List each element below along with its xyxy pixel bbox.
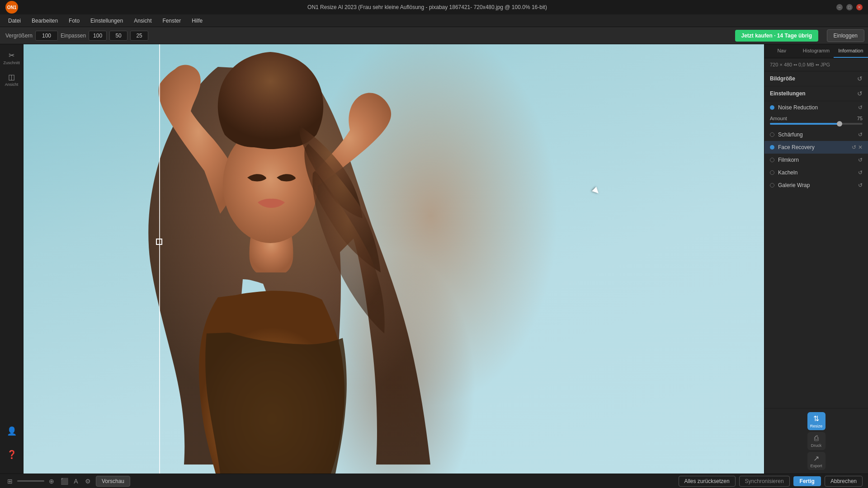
galerie-wrap-reset[interactable]: ↺ [858,182,863,188]
face-recovery-label: Face Recovery [778,144,848,150]
schaerfung-label: Schärfung [778,131,854,138]
left-sidebar: ✂ Zuschnitt ◫ Ansicht 👤 ❓ [0,44,24,474]
window-title: ON1 Resize AI 2023 (Frau sehr kleine Auf… [18,4,836,10]
amount-value: 75 [857,116,863,121]
buy-button[interactable]: Jetzt kaufen · 14 Tage übrig [735,30,818,42]
bottom-bar: ⊞ ⊕ ⬛ A ⚙ Vorschau Alles zurücksetzen Sy… [0,474,868,488]
face-recovery-dot [770,145,774,150]
panel-item-galerie-wrap[interactable]: Galerie Wrap ↺ [764,179,868,192]
menu-einstellungen[interactable]: Einstellungen [86,16,127,26]
panel-item-noise-reduction[interactable]: Noise Reduction ↺ [764,101,868,114]
bildgroesse-title: Bildgröße [770,75,795,82]
zoom-slider[interactable] [17,480,44,482]
minimize-button[interactable]: − [836,4,843,10]
help-icon-btn[interactable]: ❓ [2,445,22,465]
amount-slider-thumb[interactable] [837,121,842,127]
frame-icon-btn[interactable]: ⬛ [60,477,69,486]
menu-foto[interactable]: Foto [64,16,84,26]
app-logo: ON1 [5,1,18,14]
tab-histogramm[interactable]: Histogramm [799,44,833,58]
on1-logo: ON1 [5,1,18,14]
zoom-icon-btn[interactable]: ⊕ [47,477,56,486]
filmkorn-dot [770,158,774,162]
panel-item-filmkorn[interactable]: Filmkorn ↺ [764,154,868,166]
menu-hilfe[interactable]: Hilfe [187,16,207,26]
image-info: 720 × 480 •• 0,0 MB •• JPG [764,58,868,71]
val1: 100 [89,31,107,41]
noise-reduction-reset[interactable]: ↺ [858,104,863,111]
face-recovery-close[interactable]: ✕ [858,144,863,150]
kacheln-dot [770,170,774,175]
tool-ansicht[interactable]: ◫ Ansicht [2,70,22,89]
zuschnitt-label: Zuschnitt [3,61,20,65]
window-controls: − □ ✕ [836,4,863,10]
section-einstellungen[interactable]: Einstellungen ↺ [764,86,868,101]
zuschnitt-icon: ✂ [9,51,14,60]
amount-slider-row: Amount 75 [764,114,868,128]
kacheln-reset[interactable]: ↺ [858,169,863,176]
section-bildgroesse[interactable]: Bildgröße ↺ [764,71,868,86]
face-recovery-reset[interactable]: ↺ [852,144,856,150]
reset-all-button[interactable]: Alles zurücksetzen [679,476,736,487]
amount-slider-fill [770,123,840,125]
close-button[interactable]: ✕ [856,4,863,10]
right-panel: Nav Histogramm Information 720 × 480 •• … [764,44,868,474]
login-button[interactable]: Einloggen [827,29,864,42]
user-icon: 👤 [7,426,17,436]
amount-slider-track[interactable] [770,123,863,125]
druck-icon: ⎙ [814,434,819,442]
menu-datei[interactable]: Datei [4,16,25,26]
right-actions: ⇅ Resize ⎙ Druck ↗ Export [764,408,868,474]
settings-icon-btn[interactable]: ⚙ [83,477,92,486]
noise-reduction-dot [770,105,774,110]
help-icon: ❓ [7,450,17,460]
amount-label: Amount [770,116,787,121]
filmkorn-reset[interactable]: ↺ [858,157,863,163]
val2: 50 [109,31,127,41]
menu-ansicht[interactable]: Ansicht [129,16,156,26]
right-tabs: Nav Histogramm Information [764,44,868,58]
tab-information[interactable]: Information [834,44,868,58]
schaerfung-reset[interactable]: ↺ [858,131,863,138]
einpassen-label: Einpassen [61,33,86,39]
tool-zuschnitt[interactable]: ✂ Zuschnitt [2,48,22,68]
tab-nav[interactable]: Nav [764,44,799,58]
resize-action-btn[interactable]: ⇅ Resize [807,412,826,430]
resize-icon: ⇅ [813,414,819,423]
vergroessern-label: Vergrößern [5,33,33,39]
sync-button[interactable]: Synchronisieren [739,476,790,487]
split-line [159,44,160,474]
panel-item-face-recovery[interactable]: Face Recovery ↺ ✕ [764,141,868,154]
galerie-wrap-label: Galerie Wrap [778,182,854,188]
panel-item-kacheln[interactable]: Kacheln ↺ [764,166,868,179]
canvas-area[interactable] [24,44,764,474]
schaerfung-dot [770,132,774,137]
ansicht-icon: ◫ [8,73,15,81]
galerie-wrap-dot [770,183,774,188]
noise-reduction-label: Noise Reduction [778,104,854,111]
bildgroesse-reset[interactable]: ↺ [857,75,863,82]
preview-button[interactable]: Vorschau [96,476,130,487]
grid-icon-btn[interactable]: ⊞ [5,477,14,486]
export-icon: ↗ [813,454,819,463]
done-button[interactable]: Fertig [793,476,821,486]
vergroessern-input[interactable] [35,31,58,41]
menu-bar: Datei Bearbeiten Foto Einstellungen Ansi… [0,14,868,27]
cancel-button[interactable]: Abbrechen [825,476,863,487]
maximize-button[interactable]: □ [846,4,853,10]
einstellungen-reset[interactable]: ↺ [857,90,863,97]
menu-bearbeiten[interactable]: Bearbeiten [27,16,62,26]
einstellungen-title: Einstellungen [770,90,806,97]
user-icon-btn[interactable]: 👤 [2,421,22,441]
filmkorn-label: Filmkorn [778,157,854,163]
bottom-right: Alles zurücksetzen Synchronisieren Ferti… [679,476,863,487]
type-icon-btn[interactable]: A [71,477,80,486]
woman-svg [46,44,521,474]
panel-item-schaerfung[interactable]: Schärfung ↺ [764,128,868,141]
druck-action-btn[interactable]: ⎙ Druck [807,432,826,450]
menu-fenster[interactable]: Fenster [158,16,186,26]
split-handle[interactable] [156,239,162,245]
export-btn-label: Export [810,464,822,468]
val3: 25 [130,31,148,41]
export-action-btn[interactable]: ↗ Export [807,452,826,470]
